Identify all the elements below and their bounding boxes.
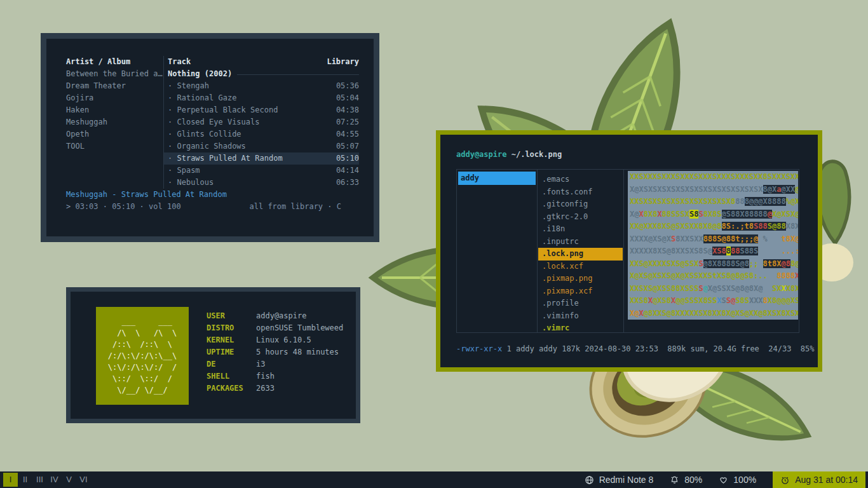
preview-row: XXS@XXXXSXS@SSXS@8X8888S@8;; 8t8X@88@X xyxy=(630,258,798,271)
file-item[interactable]: .lock.xcf xyxy=(538,261,623,273)
track-item[interactable]: · Straws Pulled At Random05:10 xyxy=(164,152,359,165)
preview-row: XXXXX8XS@8XXSXS8S@XS8888S88S ...:X@ xyxy=(630,245,798,258)
file-item[interactable]: .vimrc xyxy=(538,322,623,335)
fetch-info-label: SHELL xyxy=(207,370,256,383)
preview-chars: SX xyxy=(763,284,782,293)
file-manager-window: addy@aspire ~/.lock.png addy .emacs.font… xyxy=(436,130,822,372)
preview-chars: @8X8888S@8 xyxy=(703,259,749,268)
track-item[interactable]: · Rational Gaze05:04 xyxy=(168,92,359,104)
preview-chars: X xyxy=(781,284,785,293)
notification-module[interactable]: 80% xyxy=(670,475,702,485)
album-header: Nothing (2002) xyxy=(168,68,359,80)
notification-percent-label: 80% xyxy=(684,475,702,485)
preview-chars: ...: xyxy=(781,247,798,255)
preview-chars: X8XX xyxy=(786,284,798,293)
track-title: Rational Gaze xyxy=(177,92,336,104)
fetch-info-value: i3 xyxy=(256,358,265,370)
workspace-iii[interactable]: III xyxy=(32,473,47,487)
preview-chars: @S88X88888 xyxy=(722,210,768,219)
ranger-titlebar: addy@aspire ~/.lock.png xyxy=(456,149,562,161)
system-fetch-window: ___ ___ /\ \ /\ \ /::\ /::\ \ /:/\:\/:/\… xyxy=(66,287,360,423)
preview-chars: XX@XXX8XS@SXSXX8X8@8 xyxy=(630,222,722,231)
ranger-panes: addy .emacs.fonts.conf.gitconfig.gtkrc-2… xyxy=(456,169,799,333)
preview-chars: X@XSX@X xyxy=(772,210,798,219)
preview-chars: @8XXS@8XXXXXSX8XX8X@XS@XX@8XSX8XSXS xyxy=(644,309,798,318)
file-item[interactable]: .pixmap.png xyxy=(538,273,623,285)
clock-module[interactable]: Aug 31 at 00:14 xyxy=(773,471,865,488)
preview-chars: % xyxy=(758,234,772,243)
preview-chars: %@XS@X8 xyxy=(786,197,798,206)
parent-directory-item[interactable]: addy xyxy=(458,172,536,185)
preview-chars: @ xyxy=(768,210,772,219)
preview-chars: 8X8 xyxy=(644,210,658,219)
fetch-info-value: Linux 6.10.5 xyxy=(256,334,311,346)
artist-item[interactable]: Haken xyxy=(66,104,163,116)
track-item[interactable]: · Glints Collide04:55 xyxy=(168,128,359,140)
music-columns: Artist / Album Between the Buried a…Drea… xyxy=(66,56,359,189)
phone-module[interactable]: Redmi Note 8 xyxy=(585,475,654,485)
fetch-info-list: USERaddy@aspireDISTROopenSUSE Tumbleweed… xyxy=(207,310,343,395)
fetch-info-value: 5 hours 48 minutes xyxy=(256,346,339,358)
preview-chars xyxy=(758,247,781,255)
preview-row: X@XS@XSXS@X@XSSXXStXS8@8@S8:.. 8888X8X xyxy=(630,270,798,283)
preview-chars: S88S xyxy=(740,247,758,255)
track-item[interactable]: · Closed Eye Visuals07:25 xyxy=(168,116,359,128)
preview-row: X@X8X8X88SSSXS8S8X8S@S88X88888@X@XSX@X xyxy=(630,208,798,221)
artist-item[interactable]: TOOL xyxy=(66,140,163,152)
preview-chars: S8S xyxy=(735,296,749,305)
file-item[interactable]: .inputrc xyxy=(538,236,623,248)
file-item[interactable]: .pixmap.xcf xyxy=(538,285,623,298)
file-item[interactable]: .gitconfig xyxy=(538,198,623,211)
artist-item[interactable]: Dream Theater xyxy=(66,80,163,92)
preview-chars: S@88 xyxy=(768,222,786,231)
preview-chars: X xyxy=(717,296,721,305)
file-item[interactable]: .fonts.conf xyxy=(538,186,623,199)
preview-chars: X@SSXS@8@8X@ xyxy=(708,284,763,293)
preview-chars: @XS8 xyxy=(653,296,671,305)
artist-item[interactable]: Meshuggah xyxy=(66,116,163,128)
workspace-i[interactable]: I xyxy=(3,473,18,487)
track-item[interactable]: · Spasm04:14 xyxy=(168,165,359,177)
fetch-info-row: UPTIME5 hours 48 minutes xyxy=(207,346,343,358)
fetch-info-label: KERNEL xyxy=(207,334,256,346)
track-title: Closed Eye Visuals xyxy=(177,116,336,128)
artist-item[interactable]: Opeth xyxy=(66,128,163,140)
file-status-details: 1 addy addy 187k 2024-08-30 23:53 889k s… xyxy=(502,344,814,353)
file-item[interactable]: .viminfo xyxy=(538,310,623,323)
fetch-info-label: USER xyxy=(207,310,256,322)
preview-chars: S@ xyxy=(726,296,735,305)
workspace-vi[interactable]: VI xyxy=(76,473,91,487)
preview-chars: 88 xyxy=(735,197,744,206)
track-duration: 04:14 xyxy=(336,165,359,177)
file-item[interactable]: .profile xyxy=(538,297,623,310)
workspace-iv[interactable]: IV xyxy=(47,473,62,487)
file-item[interactable]: .i18n xyxy=(538,223,623,236)
fetch-info-value: fish xyxy=(256,370,275,383)
preview-chars: XXS8 xyxy=(630,296,648,305)
track-title: Organic Shadows xyxy=(177,140,336,152)
preview-chars: X8X@ xyxy=(786,222,798,231)
preview-row: XXS8X@XS8X@@SSSX8SSXSS@S8SXXX8X8@@@XSX xyxy=(630,295,798,308)
track-item[interactable]: · Nebulous06:33 xyxy=(168,177,359,189)
preview-chars: 8S:.;t8 xyxy=(722,222,754,231)
preview-row: XXXX@XS@XS8XXSXX888S@88t;;;@ % t8X@S xyxy=(630,233,798,246)
workspace-ii[interactable]: II xyxy=(18,473,32,487)
track-bullet-icon: · xyxy=(168,116,177,128)
track-item[interactable]: · Stengah05:36 xyxy=(168,80,359,92)
preview-chars: 8X8S xyxy=(703,210,722,219)
artist-item[interactable]: Gojira xyxy=(66,92,163,104)
track-item[interactable]: · Organic Shadows05:07 xyxy=(168,140,359,152)
battery-module[interactable]: 100% xyxy=(719,475,756,485)
file-item[interactable]: .lock.png xyxy=(538,248,623,261)
track-duration: 05:07 xyxy=(336,140,359,152)
file-item[interactable]: .gtkrc-2.0 xyxy=(538,211,623,224)
preview-chars: X@ xyxy=(630,309,639,318)
globe-icon xyxy=(585,475,594,485)
track-duration: 04:55 xyxy=(336,128,359,140)
track-title: Glints Collide xyxy=(177,128,336,140)
track-item[interactable]: · Perpetual Black Second04:38 xyxy=(168,104,359,116)
workspace-v[interactable]: V xyxy=(62,473,76,487)
file-item[interactable]: .emacs xyxy=(538,173,623,186)
artist-item[interactable]: Between the Buried a… xyxy=(66,68,163,80)
playback-mode-label: all from library · C xyxy=(250,201,342,213)
